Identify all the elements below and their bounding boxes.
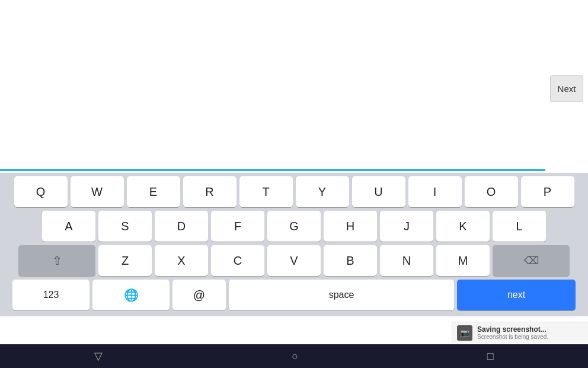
key-w[interactable]: W bbox=[71, 176, 124, 207]
recents-nav-icon[interactable]: □ bbox=[487, 350, 494, 363]
next-button[interactable]: Next bbox=[550, 75, 583, 102]
key-c[interactable]: C bbox=[211, 245, 264, 276]
key-a[interactable]: A bbox=[42, 211, 95, 242]
keyboard-row-3: ⇧ Z X C V B N M ⌫ bbox=[0, 245, 588, 276]
space-key[interactable]: space bbox=[229, 280, 454, 310]
globe-icon: 🌐 bbox=[124, 288, 139, 302]
navigation-bar: ▽ ○ □ bbox=[0, 344, 588, 368]
keyboard-row-2: A S D F G H J K L bbox=[0, 211, 588, 242]
key-j[interactable]: J bbox=[380, 211, 433, 242]
key-123[interactable]: 123 bbox=[12, 280, 90, 310]
screenshot-notification: 📷 Saving screenshot... Screenshot is bei… bbox=[452, 322, 588, 343]
key-l[interactable]: L bbox=[493, 211, 546, 242]
shift-key[interactable]: ⇧ bbox=[18, 245, 95, 276]
key-at-label: @ bbox=[193, 288, 205, 302]
back-nav-icon[interactable]: ▽ bbox=[94, 350, 103, 363]
shift-icon: ⇧ bbox=[52, 253, 62, 268]
key-r[interactable]: R bbox=[183, 176, 237, 207]
keyboard-next-label: next bbox=[507, 290, 525, 300]
key-z[interactable]: Z bbox=[98, 245, 152, 276]
key-123-label: 123 bbox=[43, 290, 59, 300]
key-h[interactable]: H bbox=[324, 211, 377, 242]
key-v[interactable]: V bbox=[267, 245, 321, 276]
key-u[interactable]: U bbox=[352, 176, 405, 207]
notification-text: Saving screenshot... Screenshot is being… bbox=[477, 325, 548, 340]
key-q[interactable]: Q bbox=[14, 176, 68, 207]
key-m[interactable]: M bbox=[436, 245, 490, 276]
keyboard-row-4: 123 🌐 @ space next bbox=[0, 280, 588, 310]
backspace-icon: ⌫ bbox=[524, 254, 539, 267]
key-k[interactable]: K bbox=[436, 211, 490, 242]
key-b[interactable]: B bbox=[324, 245, 377, 276]
key-globe[interactable]: 🌐 bbox=[92, 280, 170, 310]
key-s[interactable]: S bbox=[98, 211, 152, 242]
keyboard-next-key[interactable]: next bbox=[457, 280, 576, 310]
keyboard-row-1: Q W E R T Y U I O P bbox=[0, 176, 588, 207]
key-o[interactable]: O bbox=[465, 176, 518, 207]
key-n[interactable]: N bbox=[380, 245, 433, 276]
screenshot-icon: 📷 bbox=[457, 325, 472, 341]
space-label: space bbox=[329, 290, 354, 300]
virtual-keyboard: Q W E R T Y U I O P A S D F G H J K L ⇧ … bbox=[0, 173, 588, 316]
text-input-area: Next bbox=[0, 0, 588, 171]
key-i[interactable]: I bbox=[408, 176, 462, 207]
home-nav-icon[interactable]: ○ bbox=[292, 350, 298, 363]
key-y[interactable]: Y bbox=[296, 176, 349, 207]
key-g[interactable]: G bbox=[267, 211, 321, 242]
key-f[interactable]: F bbox=[211, 211, 264, 242]
key-x[interactable]: X bbox=[155, 245, 208, 276]
key-at[interactable]: @ bbox=[172, 280, 226, 310]
key-e[interactable]: E bbox=[127, 176, 180, 207]
key-t[interactable]: T bbox=[239, 176, 293, 207]
input-cursor-bar bbox=[0, 169, 545, 171]
key-p[interactable]: P bbox=[521, 176, 574, 207]
notification-title: Saving screenshot... bbox=[477, 325, 548, 334]
backspace-key[interactable]: ⌫ bbox=[493, 245, 570, 276]
notification-subtitle: Screenshot is being saved. bbox=[477, 334, 548, 340]
key-d[interactable]: D bbox=[155, 211, 208, 242]
